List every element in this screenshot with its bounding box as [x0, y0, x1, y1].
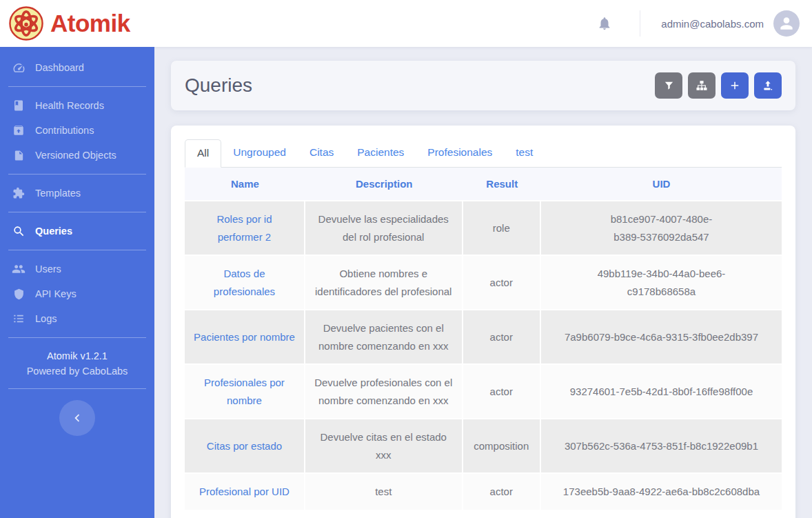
tab-ungrouped[interactable]: Ungrouped	[221, 139, 298, 168]
query-uid: 49bb119e-34b0-44a0-bee6- c9178b68658a	[541, 256, 782, 310]
table-row: Roles por id performer 2 Devuelve las es…	[185, 201, 782, 256]
sidebar-divider	[8, 174, 146, 175]
query-description: test	[305, 474, 463, 511]
puzzle-icon	[10, 187, 27, 199]
sidebar-item-label: Versioned Objects	[35, 150, 116, 161]
table-row: Pacientes por nombre Devuelve pacientes …	[185, 310, 782, 365]
sidebar-item-versioned-objects[interactable]: Versioned Objects	[0, 143, 154, 168]
query-description: Devuelve las especialidades del rol prof…	[305, 201, 463, 256]
sidebar-divider	[8, 212, 146, 212]
group-tabs: All Ungrouped Citas Pacientes Profesiona…	[185, 139, 782, 168]
query-uid: 93274601-7e5b-42d1-8b0f-16ffe98ff00e	[541, 365, 782, 419]
notifications-button[interactable]	[597, 16, 612, 31]
table-row: Citas por estado Devuelve citas en el es…	[185, 419, 782, 474]
column-header-description: Description	[305, 168, 463, 201]
query-link[interactable]: Datos de profesionales	[214, 268, 275, 297]
sidebar-item-contributions[interactable]: Contributions	[0, 118, 154, 143]
sidebar-divider	[8, 86, 146, 87]
upload-icon	[762, 79, 774, 92]
sidebar-item-users[interactable]: Users	[0, 257, 154, 281]
query-description: Obtiene nombres e identificadores del pr…	[305, 256, 463, 310]
sidebar-item-health-records[interactable]: Health Records	[0, 93, 154, 118]
book-icon	[10, 99, 27, 112]
column-header-result: Result	[463, 168, 541, 201]
shield-icon	[10, 288, 27, 300]
query-uid: 173eeb5b-9aa8-4922-ae6a-bb8c2c608dba	[541, 474, 782, 511]
tab-all[interactable]: All	[185, 139, 221, 168]
table-header-row: Name Description Result UID	[185, 168, 782, 201]
app-version: Atomik v1.2.1	[0, 348, 154, 363]
query-link[interactable]: Profesionales por nombre	[204, 377, 285, 406]
main-content: Queries	[154, 47, 812, 518]
tab-test[interactable]: test	[504, 139, 545, 168]
add-query-button[interactable]	[721, 72, 749, 99]
sidebar-item-label: Queries	[35, 226, 72, 237]
query-description: Devuelve pacientes con el nombre comenza…	[305, 310, 463, 365]
brand-logo[interactable]: Atomik	[8, 6, 130, 41]
brand-name: Atomik	[50, 10, 130, 37]
bell-icon	[597, 16, 612, 31]
sidebar-item-logs[interactable]: Logs	[0, 306, 154, 331]
sidebar-item-label: Users	[35, 263, 61, 275]
query-result: actor	[463, 256, 541, 310]
chevron-left-icon	[70, 410, 85, 426]
tab-pacientes[interactable]: Pacientes	[345, 139, 416, 168]
sidebar-item-label: Logs	[35, 313, 57, 324]
column-header-uid: UID	[541, 168, 782, 201]
table-row: Profesionales por nombre Devuelve profes…	[185, 365, 782, 419]
sidebar-item-queries[interactable]: Queries	[0, 219, 154, 243]
query-description: Devuelve citas en el estado xxx	[305, 419, 463, 474]
atomik-atom-icon	[8, 6, 44, 41]
query-link[interactable]: Roles por id performer 2	[216, 213, 272, 243]
user-email: admin@cabolabs.com	[661, 18, 764, 30]
query-result: composition	[463, 419, 541, 474]
powered-by: Powered by CaboLabs	[0, 363, 154, 379]
sidebar-item-api-keys[interactable]: API Keys	[0, 281, 154, 306]
sidebar-collapse-button[interactable]	[59, 400, 95, 436]
sidebar-item-label: Contributions	[35, 125, 94, 136]
query-uid: 7a9b6079-b9ce-4c6a-9315-3fb0ee2db397	[541, 310, 782, 365]
page-title: Queries	[185, 74, 252, 97]
sidebar-footer: Atomik v1.2.1 Powered by CaboLabs	[0, 344, 154, 382]
query-result: role	[463, 201, 541, 256]
list-icon	[10, 312, 27, 325]
sidebar-divider	[8, 250, 146, 250]
users-icon	[10, 262, 27, 276]
sitemap-icon	[696, 79, 708, 92]
page-header-card: Queries	[171, 61, 795, 110]
search-icon	[10, 225, 27, 238]
tab-profesionales[interactable]: Profesionales	[416, 139, 504, 168]
query-link[interactable]: Profesional por UID	[199, 486, 290, 497]
column-header-name: Name	[185, 168, 305, 201]
sidebar-item-templates[interactable]: Templates	[0, 181, 154, 206]
plus-icon	[729, 79, 741, 92]
user-avatar-icon	[778, 14, 795, 32]
query-result: actor	[463, 365, 541, 419]
sidebar-divider	[8, 337, 146, 338]
query-uid: 307b562c-536a-4753-851f-b8c1922e09b1	[541, 419, 782, 474]
sidebar-item-dashboard[interactable]: Dashboard	[0, 55, 154, 80]
archive-icon	[10, 124, 27, 137]
dashboard-gauge-icon	[10, 61, 27, 74]
query-result: actor	[463, 474, 541, 511]
topbar: Atomik admin@cabolabs.com	[0, 0, 812, 47]
sidebar: Dashboard Health Records Contributions V…	[0, 47, 154, 518]
query-link[interactable]: Citas por estado	[207, 440, 282, 452]
import-button[interactable]	[754, 72, 782, 99]
filter-button[interactable]	[655, 72, 682, 99]
queries-table: Name Description Result UID Roles por id…	[185, 168, 782, 511]
file-icon	[10, 150, 27, 161]
sidebar-item-label: Dashboard	[35, 62, 84, 73]
queries-card: All Ungrouped Citas Pacientes Profesiona…	[171, 126, 795, 518]
groups-button[interactable]	[688, 72, 715, 99]
table-row: Datos de profesionales Obtiene nombres e…	[185, 256, 782, 310]
query-result: actor	[463, 310, 541, 365]
query-link[interactable]: Pacientes por nombre	[194, 331, 295, 343]
tab-citas[interactable]: Citas	[298, 139, 345, 168]
sidebar-divider	[8, 388, 146, 389]
user-avatar[interactable]	[773, 10, 800, 37]
topbar-divider	[640, 10, 640, 37]
filter-icon	[663, 80, 675, 92]
sidebar-item-label: Templates	[35, 188, 81, 199]
sidebar-item-label: API Keys	[35, 288, 77, 299]
